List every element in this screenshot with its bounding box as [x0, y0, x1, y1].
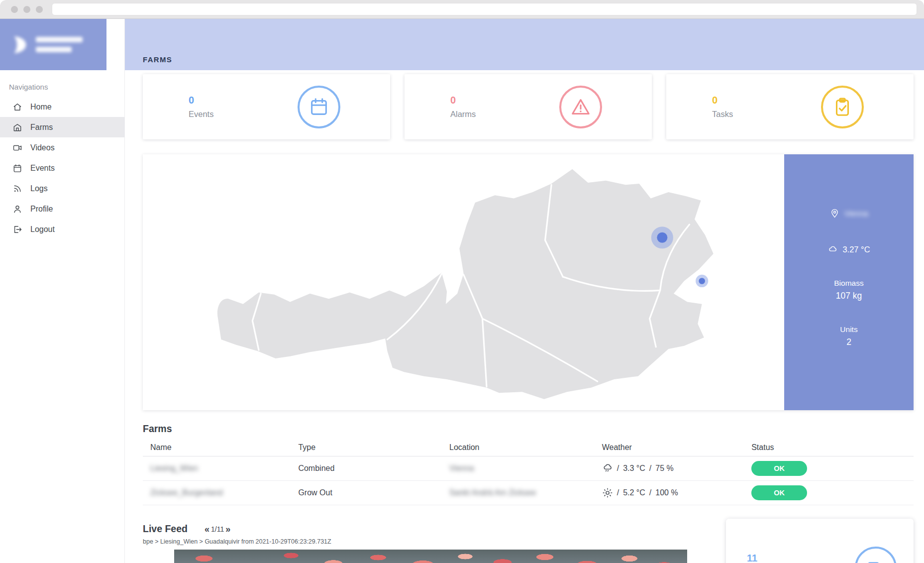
alarms-label: Alarms	[450, 110, 476, 119]
map-section: Vienna 3.27 °C Biomass 107 kg Units 2	[143, 154, 914, 410]
logo-redacted	[7, 33, 83, 56]
farms-table-section: Farms Name Type Location Weather Status …	[143, 423, 914, 505]
sidebar-item-events[interactable]: Events	[0, 158, 124, 178]
alarms-stat-card[interactable]: 0 Alarms	[405, 74, 652, 139]
app-window: Navigations Home Farms Videos	[0, 0, 924, 563]
panel-units: Units 2	[840, 325, 857, 347]
logout-icon	[12, 225, 22, 234]
column-header-status: Status	[744, 443, 914, 452]
previous-page-button[interactable]: «	[205, 525, 209, 534]
units-value: 2	[840, 337, 857, 347]
sidebar-section-title: Navigations	[9, 83, 124, 91]
panel-biomass: Biomass 107 kg	[834, 279, 863, 301]
farm-weather: / 3.3 °C / 75 %	[595, 463, 744, 474]
farm-type: Grow Out	[291, 488, 442, 497]
live-feed-title: Live Feed	[143, 523, 188, 535]
next-page-button[interactable]: »	[225, 525, 230, 534]
sidebar-item-farms[interactable]: Farms	[0, 117, 124, 137]
biomass-value: 107 kg	[834, 291, 863, 301]
sidebar-item-label: Events	[30, 164, 55, 173]
farm-weather: / 5.2 °C / 100 %	[595, 487, 744, 498]
home-icon	[12, 102, 22, 112]
maximize-window-button[interactable]	[36, 6, 43, 13]
sidebar-item-label: Profile	[30, 205, 53, 214]
window-controls	[11, 6, 43, 13]
farm-summary-panel: Vienna 3.27 °C Biomass 107 kg Units 2	[784, 154, 914, 410]
logo-text-redacted	[36, 37, 83, 52]
videos-count-card[interactable]: 11	[726, 519, 914, 563]
sidebar-item-home[interactable]: Home	[0, 97, 124, 117]
status-badge: OK	[751, 485, 807, 500]
farm-status: OK	[744, 461, 914, 476]
sidebar-item-logout[interactable]: Logout	[0, 219, 124, 239]
live-feed-video[interactable]	[174, 550, 687, 563]
feed-icon	[12, 184, 22, 194]
table-row[interactable]: Zicksee_Burgenland Grow Out Sankt Andrä …	[143, 481, 914, 505]
sidebar-item-logs[interactable]: Logs	[0, 178, 124, 199]
address-bar[interactable]	[52, 3, 917, 15]
country-shape	[217, 169, 714, 399]
farms-table: Name Type Location Weather Status Liesin…	[143, 439, 914, 505]
clipboard-check-icon	[821, 86, 864, 128]
video-camera-icon	[12, 143, 22, 153]
farm-name: Zicksee_Burgenland	[143, 488, 291, 497]
sidebar-item-label: Logs	[30, 184, 48, 193]
tasks-stat-card[interactable]: 0 Tasks	[666, 74, 914, 139]
app-logo[interactable]	[0, 19, 106, 70]
weather-humidity: 75 %	[655, 464, 673, 473]
column-header-weather: Weather	[595, 443, 744, 452]
biomass-label: Biomass	[834, 279, 863, 288]
separator: /	[617, 488, 619, 497]
separator: /	[649, 488, 651, 497]
page-content: 0 Events 0 Alarms	[125, 74, 924, 563]
videos-count: 11	[747, 553, 757, 563]
weather-temperature: 3.3 °C	[623, 464, 645, 473]
stat-text: 0 Alarms	[450, 95, 476, 119]
pin-icon	[829, 208, 840, 219]
page-header: FARMS	[125, 19, 924, 70]
weather-humidity: 100 %	[655, 488, 678, 497]
close-window-button[interactable]	[11, 6, 18, 13]
events-stat-card[interactable]: 0 Events	[143, 74, 390, 139]
column-header-name: Name	[143, 443, 291, 452]
table-header-row: Name Type Location Weather Status	[143, 439, 914, 456]
sidebar-item-profile[interactable]: Profile	[0, 199, 124, 219]
alarms-count: 0	[450, 95, 476, 106]
sidebar-item-label: Logout	[30, 225, 55, 234]
separator: /	[649, 464, 651, 473]
events-label: Events	[189, 110, 213, 119]
panel-location: Vienna	[844, 209, 868, 218]
stat-text: 0 Events	[189, 95, 213, 119]
page-indicator: 1/11	[211, 525, 224, 533]
austria-map[interactable]	[143, 154, 784, 410]
main-area: FARMS 0 Events	[125, 19, 924, 563]
map-marker-vienna	[651, 227, 673, 249]
alert-triangle-icon	[559, 86, 602, 128]
units-label: Units	[840, 325, 857, 334]
tasks-label: Tasks	[712, 110, 733, 119]
weather-temperature: 5.2 °C	[623, 488, 645, 497]
column-header-type: Type	[291, 443, 442, 452]
sun-icon	[602, 487, 613, 498]
minimize-window-button[interactable]	[23, 6, 30, 13]
tasks-count: 0	[712, 95, 733, 106]
farm-location: Sankt Andrä Am Zicksee	[442, 488, 595, 497]
user-icon	[12, 204, 22, 214]
browser-titlebar	[0, 0, 924, 19]
barn-icon	[12, 122, 22, 132]
farms-table-title: Farms	[143, 423, 914, 435]
panel-temperature: 3.27 °C	[842, 245, 870, 254]
table-row[interactable]: Liesing_Wien Combined Vienna / 3.3 °C / …	[143, 456, 914, 481]
farm-type: Combined	[291, 464, 442, 473]
calendar-icon	[298, 86, 340, 128]
farm-name: Liesing_Wien	[143, 464, 291, 473]
panel-temperature-row: 3.27 °C	[827, 244, 870, 255]
farm-location: Vienna	[442, 464, 595, 473]
panel-location-row: Vienna	[829, 208, 868, 219]
status-badge: OK	[751, 461, 807, 476]
sidebar-item-label: Home	[30, 103, 52, 112]
live-feed-pagination: « 1/11 »	[205, 525, 230, 534]
sidebar-item-videos[interactable]: Videos	[0, 137, 124, 158]
stat-text: 0 Tasks	[712, 95, 733, 119]
sidebar: Navigations Home Farms Videos	[0, 19, 125, 563]
